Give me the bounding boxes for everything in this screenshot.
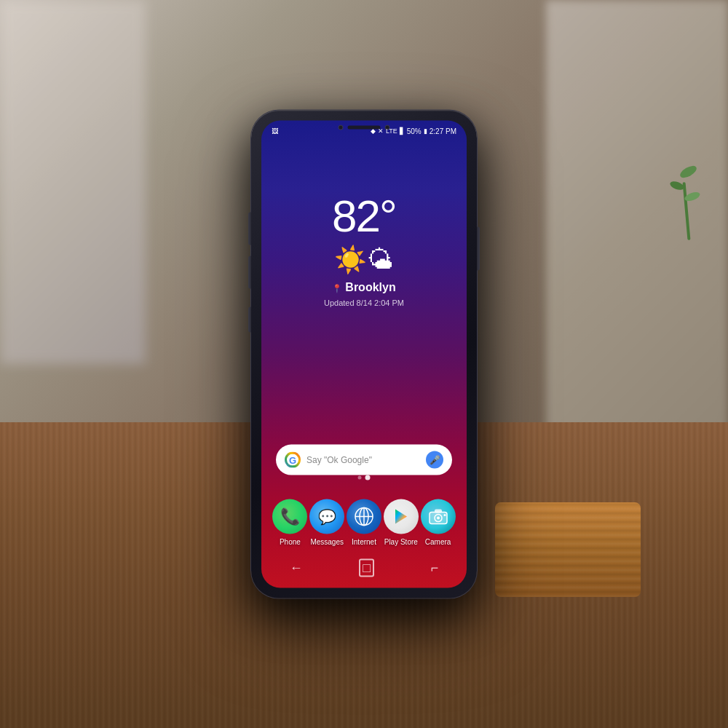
- navigation-bar: ← □ ⌐: [261, 553, 467, 582]
- signal-icon: ▋: [400, 127, 405, 135]
- status-right-icons: ◆ ✕ LTE ▋ 50% ▮ 2:27 PM: [371, 127, 456, 135]
- recents-button[interactable]: ⌐: [431, 560, 439, 575]
- page-dot-2: [365, 475, 371, 480]
- microphone-icon[interactable]: 🎤: [426, 451, 443, 469]
- app-internet-wrapper[interactable]: Internet: [346, 499, 383, 546]
- search-placeholder: Say "Ok Google": [306, 455, 420, 465]
- app-phone-icon[interactable]: 📞: [272, 499, 307, 534]
- app-messages-icon[interactable]: 💬: [309, 499, 344, 534]
- home-button[interactable]: □: [359, 558, 374, 577]
- battery-percentage: 50%: [407, 127, 422, 135]
- back-button[interactable]: ←: [290, 560, 303, 575]
- google-search-bar[interactable]: G Say "Ok Google" 🎤: [276, 445, 452, 475]
- bg-blur-left: [0, 0, 146, 364]
- page-dot-1: [358, 476, 362, 480]
- volume-down-button[interactable]: [248, 256, 251, 289]
- app-camera-wrapper[interactable]: Camera: [419, 499, 456, 546]
- temperature: 82°: [324, 194, 404, 239]
- power-button[interactable]: [477, 227, 480, 271]
- wood-block-grain: [495, 502, 641, 597]
- status-bar: 🖼 ◆ ✕ LTE ▋ 50% ▮ 2:27 PM: [261, 121, 467, 141]
- app-internet-icon[interactable]: [347, 499, 381, 534]
- phone-screen: 🖼 ◆ ✕ LTE ▋ 50% ▮ 2:27 PM 82° ☀️🌤 📍 Broo…: [261, 121, 467, 588]
- app-messages-wrapper[interactable]: 💬 Messages: [309, 499, 346, 546]
- app-dock: 📞 Phone 💬 Messages: [269, 495, 459, 550]
- app-messages-label: Messages: [310, 538, 344, 546]
- app-camera-label: Camera: [425, 538, 451, 546]
- wood-block: [495, 502, 641, 597]
- app-playstore-label: Play Store: [384, 538, 418, 546]
- app-playstore-wrapper[interactable]: Play Store: [382, 499, 419, 546]
- app-phone-wrapper[interactable]: 📞 Phone: [272, 499, 309, 546]
- bixby-button[interactable]: [248, 307, 251, 333]
- volume-up-button[interactable]: [248, 213, 251, 245]
- weather-widget[interactable]: 82° ☀️🌤 📍 Brooklyn Updated 8/14 2:04 PM: [324, 194, 404, 307]
- google-logo: G: [285, 452, 301, 468]
- svg-point-7: [437, 517, 440, 520]
- weather-icon: ☀️🌤: [324, 245, 404, 275]
- status-left-icons: 🖼: [272, 127, 278, 135]
- svg-point-9: [443, 514, 446, 516]
- page-indicators: [358, 475, 371, 480]
- app-camera-icon[interactable]: [421, 499, 456, 534]
- weather-updated: Updated 8/14 2:04 PM: [324, 298, 404, 307]
- lte-icon: LTE: [386, 127, 397, 135]
- clock: 2:27 PM: [430, 127, 456, 135]
- app-phone-label: Phone: [280, 538, 301, 546]
- bluetooth-icon: ◆: [371, 127, 376, 135]
- svg-marker-4: [395, 510, 407, 524]
- app-internet-label: Internet: [352, 538, 376, 546]
- weather-location: Brooklyn: [345, 281, 395, 294]
- phone-frame: 🖼 ◆ ✕ LTE ▋ 50% ▮ 2:27 PM 82° ☀️🌤 📍 Broo…: [251, 111, 477, 598]
- photo-icon: 🖼: [272, 127, 278, 135]
- app-playstore-icon[interactable]: [384, 499, 419, 534]
- bg-blur-right: [546, 0, 728, 437]
- svg-rect-8: [435, 510, 442, 513]
- mute-icon: ✕: [378, 127, 384, 135]
- battery-icon: ▮: [424, 127, 427, 135]
